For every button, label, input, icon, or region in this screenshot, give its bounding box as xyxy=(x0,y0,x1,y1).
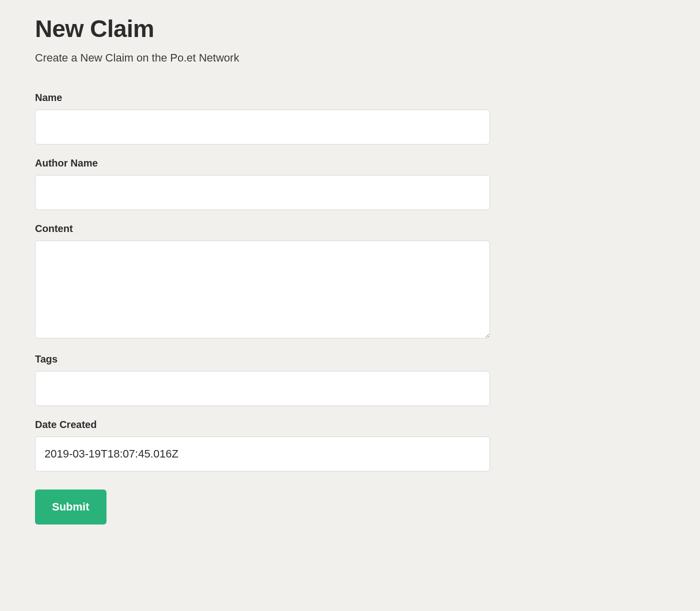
new-claim-form: Name Author Name Content Tags Date Creat… xyxy=(35,92,490,524)
content-label: Content xyxy=(35,223,490,234)
author-name-input[interactable] xyxy=(35,175,490,210)
tags-field-group: Tags xyxy=(35,354,490,406)
name-field-group: Name xyxy=(35,92,490,144)
tags-label: Tags xyxy=(35,354,490,365)
date-created-input[interactable] xyxy=(35,436,490,472)
page-title: New Claim xyxy=(35,15,490,42)
author-name-field-group: Author Name xyxy=(35,158,490,210)
name-input[interactable] xyxy=(35,110,490,144)
page-subtitle: Create a New Claim on the Po.et Network xyxy=(35,52,490,64)
new-claim-form-container: New Claim Create a New Claim on the Po.e… xyxy=(0,0,525,550)
content-textarea[interactable] xyxy=(35,240,490,338)
name-label: Name xyxy=(35,92,490,104)
content-field-group: Content xyxy=(35,223,490,340)
tags-input[interactable] xyxy=(35,371,490,406)
date-created-label: Date Created xyxy=(35,419,490,430)
author-name-label: Author Name xyxy=(35,158,490,169)
date-created-field-group: Date Created xyxy=(35,419,490,472)
submit-button[interactable]: Submit xyxy=(35,490,106,524)
